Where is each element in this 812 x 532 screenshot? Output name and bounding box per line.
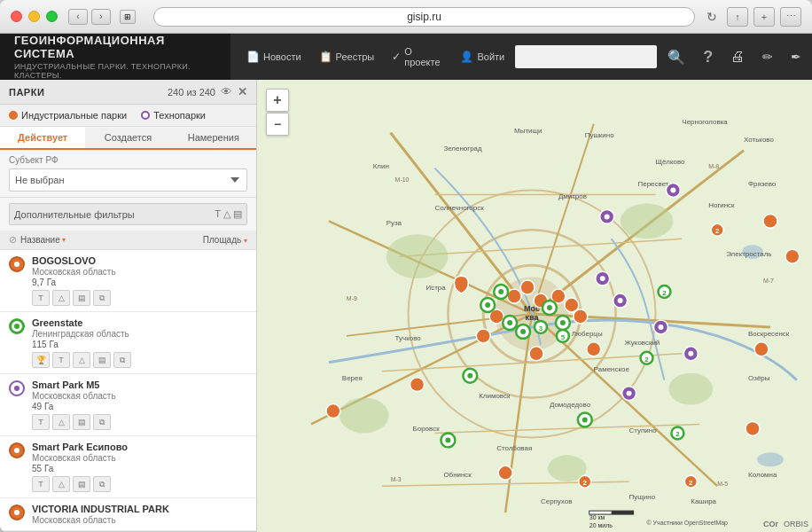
park-region-smartesipovo: Московская область <box>32 453 247 463</box>
svg-point-22 <box>621 203 674 239</box>
bookmark-icon[interactable]: + <box>753 7 775 27</box>
svg-text:Столбовая: Столбовая <box>496 444 532 452</box>
brand-title: ГЕОИНФОРМАЦИОННАЯ СИСТЕМА <box>14 34 216 60</box>
park-action-triangle[interactable]: △ <box>73 352 90 368</box>
svg-point-115 <box>467 373 472 379</box>
svg-point-117 <box>445 437 450 442</box>
region-select[interactable]: Не выбран <box>9 168 247 192</box>
svg-text:© Участники OpenStreetMap: © Участники OpenStreetMap <box>647 520 729 527</box>
sidebar: ПАРКИ 240 из 240 👁 ✕ Индустриальные парк… <box>0 80 257 532</box>
park-action-triangle[interactable]: △ <box>52 414 70 430</box>
park-action-edit[interactable]: ▤ <box>73 476 90 492</box>
park-action-trophy[interactable]: 🏆 <box>32 352 50 368</box>
map-area[interactable]: Мос ква Истра Руза Тучково Верея Боровск… <box>257 80 812 532</box>
park-action-copy[interactable]: ⧉ <box>93 290 111 306</box>
park-icon-bogoslovo <box>9 256 25 272</box>
techno-dot <box>141 111 150 120</box>
column-headers: ⊘ Название ▾ Площадь ▾ <box>0 231 256 250</box>
reload-button[interactable]: ↻ <box>704 9 720 25</box>
parks-visibility-toggle[interactable]: 👁 <box>221 85 232 98</box>
park-action-copy[interactable]: ⧉ <box>93 476 111 492</box>
nav-login[interactable]: 👤 Войти <box>453 47 511 66</box>
park-icon-smartesipovo <box>9 442 25 458</box>
extensions-icon[interactable]: ⋯ <box>780 7 801 27</box>
svg-text:М-7: М-7 <box>763 278 774 284</box>
svg-point-119 <box>600 276 605 281</box>
park-item[interactable]: Smart Park M5 Московская область 49 Га T… <box>0 374 256 436</box>
svg-text:Тучково: Тучково <box>395 334 422 342</box>
park-item[interactable]: VICTORIA INDUSTRIAL PARK Московская обла… <box>0 498 256 531</box>
share-icon[interactable]: ↑ <box>727 7 748 27</box>
park-item[interactable]: Smart Park Есипово Московская область 55… <box>0 436 256 498</box>
svg-text:Зеленоград: Зеленоград <box>443 145 482 153</box>
park-action-triangle[interactable]: △ <box>52 476 70 492</box>
svg-point-21 <box>386 234 449 278</box>
tab-creating[interactable]: Создается <box>85 127 170 148</box>
back-button[interactable]: ‹ <box>68 9 88 25</box>
tab-intent[interactable]: Намерения <box>171 127 256 148</box>
park-actions-bogoslovo: T △ ▤ ⧉ <box>9 290 247 306</box>
park-action-copy[interactable]: ⧉ <box>93 414 111 430</box>
area-sort-arrow: ▾ <box>244 237 247 245</box>
park-action-triangle[interactable]: △ <box>52 290 70 306</box>
nav-about[interactable]: ✓ О проекте <box>385 43 449 71</box>
zoom-in-button[interactable]: + <box>266 89 289 112</box>
svg-point-77 <box>410 378 425 392</box>
col-area-label: Площадь <box>203 235 242 245</box>
park-action-text[interactable]: T <box>32 414 50 430</box>
park-action-text[interactable]: T <box>32 290 50 306</box>
parks-close[interactable]: ✕ <box>238 85 247 98</box>
url-bar[interactable]: gisip.ru <box>153 7 695 27</box>
svg-text:М-5: М-5 <box>717 481 728 487</box>
park-item[interactable]: Greenstate Ленинградская область 115 Га … <box>0 312 256 374</box>
fullscreen-button[interactable] <box>46 11 58 22</box>
extra-filters-button[interactable]: Дополнительные фильтры T △ ▤ <box>9 203 247 225</box>
top-nav: ГЕОИНФОРМАЦИОННАЯ СИСТЕМА ИНДУСТРИАЛЬНЫЕ… <box>0 34 812 80</box>
svg-text:Озёры: Озёры <box>748 374 770 382</box>
svg-text:Коломна: Коломна <box>748 471 777 479</box>
edit-button[interactable]: ✒ <box>784 46 808 67</box>
help-button[interactable]: ? <box>696 44 720 70</box>
search-button[interactable]: 🔍 <box>660 45 692 69</box>
tab-active[interactable]: Действует <box>0 127 85 148</box>
park-action-edit[interactable]: ▤ <box>73 414 90 430</box>
registers-icon: 📋 <box>319 51 332 63</box>
svg-point-20 <box>757 452 784 466</box>
park-action-edit[interactable]: ▤ <box>73 290 90 306</box>
forward-button[interactable]: › <box>91 9 111 25</box>
close-button[interactable] <box>11 11 22 22</box>
col-name-sort[interactable]: Название ▾ <box>20 235 194 245</box>
svg-text:Боровск: Боровск <box>413 425 441 433</box>
filter-industrial[interactable]: Индустриальные парки <box>9 110 127 121</box>
url-text: gisip.ru <box>407 11 441 23</box>
zoom-out-button[interactable]: − <box>266 113 289 136</box>
svg-point-93 <box>498 289 504 294</box>
svg-text:Раменское: Раменское <box>594 365 630 373</box>
svg-text:5: 5 <box>561 333 566 341</box>
park-action-text[interactable]: T <box>52 352 70 368</box>
park-name-smartesipovo: Smart Park Есипово <box>32 442 247 452</box>
filter-techno[interactable]: Технопарки <box>141 110 206 121</box>
print-button[interactable]: 🖨 <box>723 45 752 68</box>
draw-button[interactable]: ✏ <box>755 46 780 67</box>
park-action-edit[interactable]: ▤ <box>93 352 111 368</box>
nav-registers[interactable]: 📋 Реестры <box>312 47 382 66</box>
minimize-button[interactable] <box>28 11 40 22</box>
svg-text:Обнинск: Обнинск <box>443 471 472 479</box>
nav-registers-label: Реестры <box>336 51 375 62</box>
nav-news[interactable]: 📄 Новости <box>239 47 308 66</box>
park-action-copy[interactable]: ⧉ <box>113 352 131 368</box>
park-area-smartm5: 49 Га <box>32 402 247 411</box>
search-input[interactable] <box>515 45 657 68</box>
svg-text:Ступино: Ступино <box>629 426 658 434</box>
extra-filters-label: Дополнительные фильтры <box>14 209 135 220</box>
park-actions-greenstate: 🏆 T △ ▤ ⧉ <box>9 352 247 368</box>
svg-point-75 <box>529 347 543 361</box>
park-item[interactable]: BOGOSLOVO Московская область 9,7 Га T △ … <box>0 250 256 312</box>
svg-point-85 <box>754 342 769 356</box>
map-logos: COr ORBIS <box>763 520 808 528</box>
col-area-sort[interactable]: Площадь ▾ <box>194 235 247 245</box>
geokor-logo: COr <box>763 520 778 528</box>
nav-links: 📄 Новости 📋 Реестры ✓ О проекте 👤 Войти … <box>230 43 812 71</box>
park-action-text[interactable]: T <box>32 476 50 492</box>
